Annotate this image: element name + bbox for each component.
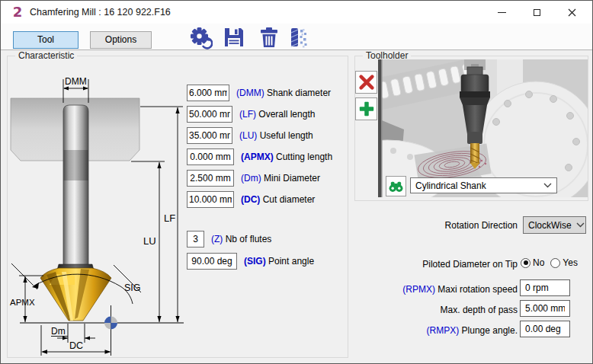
apmx-code: (APMX) bbox=[241, 152, 274, 162]
z-label: Nb of flutes bbox=[226, 234, 272, 244]
field-row-dm: (Dm) Mini Diameter bbox=[187, 170, 320, 187]
dc-label: Cut diameter bbox=[263, 194, 316, 205]
save-icon[interactable] bbox=[222, 25, 246, 49]
shank-shape bbox=[63, 105, 88, 269]
depth-of-pass-label: Max. depth of pass bbox=[367, 305, 518, 315]
apmx-label: Cutting length bbox=[276, 152, 332, 162]
chevron-down-icon bbox=[576, 222, 585, 228]
dim-label-apmx: APMX bbox=[10, 298, 35, 307]
dmm-code: (DMM) bbox=[236, 88, 264, 98]
maximize-button[interactable] bbox=[519, 1, 554, 24]
dm-input[interactable] bbox=[187, 170, 234, 187]
search-toolholder-button[interactable] bbox=[386, 176, 406, 196]
rpmx-label: (RPMX) Maxi rotation speed bbox=[367, 284, 518, 295]
window-controls bbox=[484, 1, 589, 24]
close-icon bbox=[568, 8, 576, 17]
field-row-z: (Z) Nb of flutes bbox=[187, 231, 271, 247]
plus-icon bbox=[358, 101, 375, 117]
rmpx-code: (RMPX) bbox=[427, 325, 460, 336]
tool-definition-window: 2 Chamfering Mill : 16 120 922.F16 Tool … bbox=[0, 0, 593, 364]
field-row-sig: (SIG) Point angle bbox=[187, 253, 314, 270]
lf-input[interactable] bbox=[187, 106, 232, 123]
max-rotation-speed-input[interactable] bbox=[520, 279, 570, 296]
gear-refresh-icon[interactable] bbox=[188, 25, 213, 49]
shank-type-value: Cylindrical Shank bbox=[415, 180, 486, 191]
toolholder-preview-image bbox=[378, 59, 588, 197]
dim-label-sig: SIG bbox=[124, 283, 141, 293]
window-chrome: 2 Chamfering Mill : 16 120 922.F16 Tool … bbox=[1, 1, 592, 50]
close-button[interactable] bbox=[554, 1, 589, 24]
piloted-diameter-label: Piloted Diameter on Tip bbox=[367, 259, 518, 270]
piloted-radio-yes[interactable]: Yes bbox=[550, 257, 578, 268]
field-row-apmx: (APMX) Cutting length bbox=[187, 148, 332, 165]
rotation-direction-value: ClockWise bbox=[528, 220, 572, 231]
field-row-lf: (LF) Overall length bbox=[187, 106, 315, 123]
lf-code: (LF) bbox=[239, 109, 256, 120]
dim-label-dm: Dm bbox=[51, 326, 66, 337]
dc-code: (DC) bbox=[241, 194, 260, 205]
dim-label-lu: LU bbox=[143, 235, 156, 247]
add-toolholder-button[interactable] bbox=[355, 97, 377, 120]
simulation-icon[interactable] bbox=[286, 25, 310, 49]
dc-input[interactable] bbox=[187, 191, 234, 208]
apmx-input[interactable] bbox=[187, 148, 234, 165]
minimize-button[interactable] bbox=[484, 1, 519, 24]
chevron-down-icon bbox=[543, 183, 552, 188]
binoculars-icon bbox=[388, 178, 404, 194]
piloted-radio-yes-label: Yes bbox=[563, 257, 578, 268]
sig-code: (SIG) bbox=[244, 256, 266, 267]
tab-tool[interactable]: Tool bbox=[13, 31, 79, 49]
flutes-input[interactable] bbox=[187, 231, 204, 247]
rmpx-label: (RMPX) Plunge angle. bbox=[367, 325, 518, 336]
piloted-radio-no-label: No bbox=[533, 257, 544, 268]
field-row-dmm: (DMM) Shank diameter bbox=[187, 85, 331, 101]
radio-unselected-icon bbox=[550, 258, 560, 268]
origin-marker-icon bbox=[104, 317, 117, 330]
maximize-icon bbox=[534, 9, 540, 16]
dmm-input[interactable] bbox=[187, 85, 229, 101]
app-logo: 2 bbox=[10, 5, 25, 20]
rpmx-label-text: Maxi rotation speed bbox=[438, 284, 518, 295]
dmm-label: Shank diameter bbox=[267, 88, 331, 98]
field-row-dc: (DC) Cut diameter bbox=[187, 191, 315, 208]
dm-code: (Dm) bbox=[241, 173, 261, 184]
tab-options[interactable]: Options bbox=[90, 31, 152, 49]
radio-selected-icon bbox=[521, 258, 530, 268]
plunge-angle-input[interactable] bbox=[520, 321, 570, 337]
trash-icon[interactable] bbox=[257, 25, 281, 49]
characteristic-group-label: Characteristic bbox=[15, 50, 77, 61]
piloted-diameter-radio-group: No Yes bbox=[521, 257, 578, 268]
lu-label: Useful length bbox=[260, 130, 313, 141]
dim-label-lf: LF bbox=[164, 212, 175, 224]
dim-label-dc: DC bbox=[69, 340, 83, 351]
z-code: (Z) bbox=[211, 234, 223, 244]
sig-input[interactable] bbox=[187, 253, 237, 270]
rmpx-label-text: Plunge angle. bbox=[462, 325, 518, 336]
lu-code: (LU) bbox=[239, 130, 257, 141]
delete-toolholder-button[interactable] bbox=[355, 71, 377, 94]
lu-input[interactable] bbox=[187, 127, 232, 144]
dm-label: Mini Diameter bbox=[264, 173, 320, 184]
dim-label-dmm: DMM bbox=[65, 76, 87, 87]
field-row-lu: (LU) Useful length bbox=[187, 127, 313, 144]
minimize-icon bbox=[498, 12, 506, 13]
piloted-radio-no[interactable]: No bbox=[521, 257, 544, 268]
window-title: Chamfering Mill : 16 120 922.F16 bbox=[30, 7, 171, 18]
red-x-icon bbox=[358, 74, 375, 91]
sig-label: Point angle bbox=[268, 256, 314, 267]
depth-of-pass-input[interactable] bbox=[520, 300, 570, 317]
titlebar: 2 Chamfering Mill : 16 120 922.F16 bbox=[1, 1, 592, 24]
rpmx-code: (RPMX) bbox=[402, 284, 435, 295]
tool-diagram: DMM LF LU APMX SIG Dm bbox=[7, 69, 190, 359]
rotation-direction-dropdown[interactable]: ClockWise bbox=[523, 216, 586, 234]
rotation-direction-label: Rotation Direction bbox=[367, 220, 518, 231]
lf-label: Overall length bbox=[258, 109, 315, 120]
shank-type-dropdown[interactable]: Cylindrical Shank bbox=[410, 177, 557, 193]
